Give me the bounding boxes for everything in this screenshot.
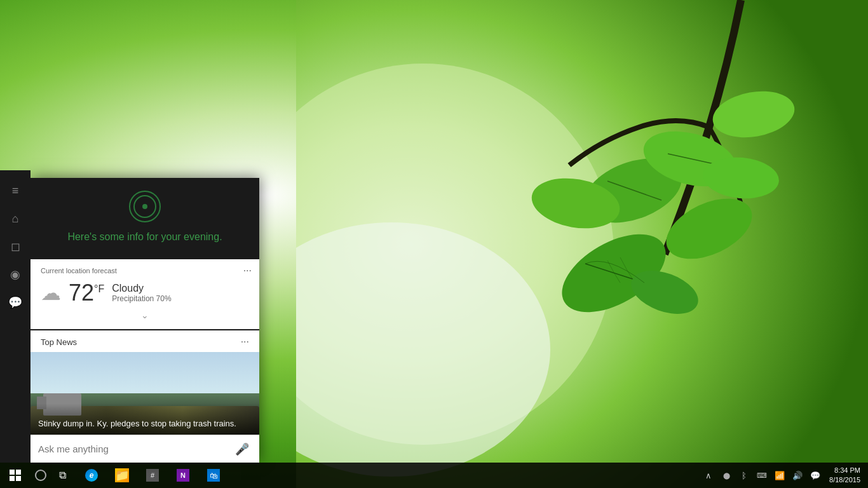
sidebar-item-feedback[interactable]: 💬 xyxy=(0,288,31,316)
clock-time: 8:34 PM xyxy=(834,466,860,475)
calculator-icon: # xyxy=(146,469,159,482)
record-icon: ⬤ xyxy=(723,472,730,479)
cortana-sidebar: ≡ ⌂ ◻ ◉ 💬 xyxy=(0,170,31,463)
taskbar-app-explorer[interactable]: 📁 xyxy=(107,463,137,488)
weather-temperature: 72°F xyxy=(69,280,104,306)
edge-icon: e xyxy=(85,469,98,482)
start-button[interactable] xyxy=(0,463,31,488)
sidebar-item-notebook[interactable]: ◻ xyxy=(0,233,31,261)
volume-icon: 🔊 xyxy=(792,471,803,480)
weather-expand-button[interactable]: ⌄ xyxy=(41,306,249,324)
news-image[interactable]: Stinky dump in. Ky. pledges to stop taki… xyxy=(31,352,259,435)
cortana-panel: Here's some info for your evening. ··· C… xyxy=(31,178,259,463)
microphone-icon[interactable]: 🎤 xyxy=(233,440,252,459)
cloud-icon: ☁ xyxy=(41,281,61,305)
sidebar-item-home[interactable]: ⌂ xyxy=(0,205,31,233)
taskbar-app-store[interactable]: 🛍 xyxy=(198,463,229,488)
onenote-icon: N xyxy=(177,469,189,482)
tray-chevron-button[interactable]: ∧ xyxy=(700,463,717,488)
news-menu-button[interactable]: ··· xyxy=(241,337,249,347)
tray-action-center-button[interactable]: 💬 xyxy=(806,463,824,488)
weather-main-info: ☁ 72°F Cloudy Precipitation 70% xyxy=(41,280,249,306)
news-card-header: Top News ··· xyxy=(31,330,259,352)
weather-condition: Cloudy xyxy=(112,283,171,294)
weather-precipitation: Precipitation 70% xyxy=(112,294,171,303)
network-icon: 📶 xyxy=(775,471,785,480)
tray-record-button[interactable]: ⬤ xyxy=(717,463,735,488)
taskbar-apps: e 📁 # N 🛍 xyxy=(76,463,229,488)
action-center-icon: 💬 xyxy=(810,471,820,480)
windows-logo-cell-1 xyxy=(10,470,15,475)
sidebar-item-interests[interactable]: ◉ xyxy=(0,261,31,288)
search-input[interactable] xyxy=(38,444,233,454)
cortana-header: Here's some info for your evening. xyxy=(31,178,259,259)
chevron-down-icon: ⌄ xyxy=(141,310,149,320)
cortana-search-bar[interactable]: 🎤 xyxy=(31,435,259,463)
news-card: Top News ··· Stinky dump in. Ky. pledges… xyxy=(31,330,259,435)
home-icon: ⌂ xyxy=(12,212,19,226)
store-icon: 🛍 xyxy=(207,469,220,482)
tray-volume-button[interactable]: 🔊 xyxy=(789,463,806,488)
task-view-icon: ⧉ xyxy=(59,470,66,481)
explorer-icon: 📁 xyxy=(115,468,129,482)
taskbar-app-calculator[interactable]: # xyxy=(137,463,168,488)
system-tray: ∧ ⬤ ᛒ ⌨ 📶 🔊 💬 8:34 PM 8/18/2015 xyxy=(700,463,868,488)
taskbar-app-onenote[interactable]: N xyxy=(168,463,198,488)
taskbar-app-edge[interactable]: e xyxy=(76,463,107,488)
system-clock[interactable]: 8:34 PM 8/18/2015 xyxy=(824,463,865,488)
notebook-icon: ◻ xyxy=(11,240,20,254)
sidebar-hamburger-menu[interactable]: ≡ xyxy=(0,177,31,205)
cortana-ring xyxy=(129,191,161,222)
cortana-ring-inner xyxy=(133,195,156,218)
tray-bluetooth-button[interactable]: ᛒ xyxy=(735,463,753,488)
feedback-icon: 💬 xyxy=(8,295,22,309)
keyboard-layout-icon: ⌨ xyxy=(757,471,767,480)
news-section-title: Top News xyxy=(41,337,77,347)
tray-network-language-button[interactable]: ⌨ xyxy=(753,463,771,488)
wallpaper-svg xyxy=(296,0,868,488)
sky-background xyxy=(31,352,259,393)
lightbulb-icon: ◉ xyxy=(10,268,20,281)
chevron-up-icon: ∧ xyxy=(705,471,712,480)
weather-details: Cloudy Precipitation 70% xyxy=(112,283,171,303)
windows-logo-cell-3 xyxy=(10,476,15,481)
cortana-circle-icon xyxy=(35,470,46,481)
hamburger-icon: ≡ xyxy=(12,184,19,198)
bluetooth-icon: ᛒ xyxy=(742,471,747,480)
weather-card: ··· Current location forecast ☁ 72°F Clo… xyxy=(31,259,259,329)
news-headline: Stinky dump in. Ky. pledges to stop taki… xyxy=(31,403,259,435)
task-view-button[interactable]: ⧉ xyxy=(51,463,74,488)
clock-date: 8/18/2015 xyxy=(829,475,860,485)
taskbar: ⧉ e 📁 # N 🛍 ∧ ⬤ ᛒ ⌨ 📶 xyxy=(0,463,868,488)
windows-logo-cell-4 xyxy=(16,476,21,481)
cortana-ring-dot xyxy=(142,204,147,209)
windows-logo-cell-2 xyxy=(16,470,21,475)
tray-network-button[interactable]: 📶 xyxy=(771,463,789,488)
weather-menu-button[interactable]: ··· xyxy=(243,266,252,276)
windows-logo xyxy=(10,470,21,481)
cortana-greeting: Here's some info for your evening. xyxy=(67,230,222,244)
cortana-taskbar-button[interactable] xyxy=(31,463,51,488)
weather-location-label: Current location forecast xyxy=(41,267,249,274)
